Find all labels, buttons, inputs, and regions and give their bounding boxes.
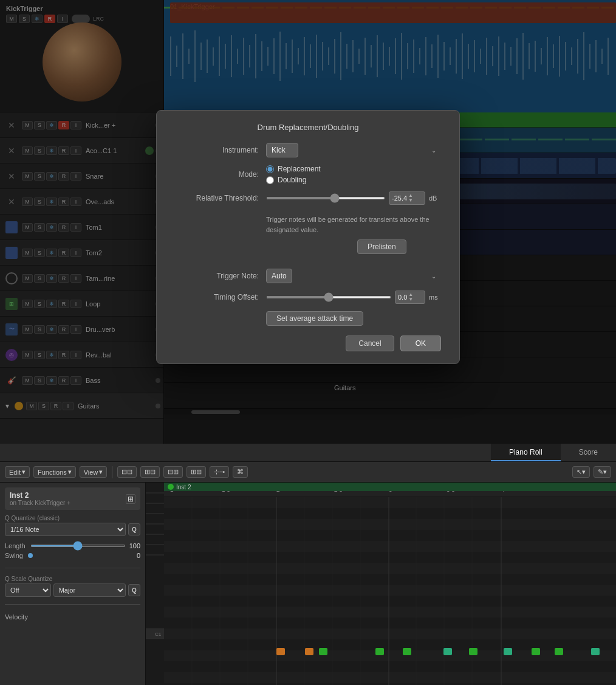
svg-rect-91 [164,585,616,596]
length-value: 100 [129,542,140,549]
svg-rect-116 [504,648,512,655]
timing-offset-value-box: 0.0 ▲ ▼ [395,291,425,304]
length-slider-row: 100 [30,542,140,549]
velocity-label: Velocity [5,613,28,621]
timing-down[interactable]: ▼ [408,297,413,302]
scale-q-button[interactable]: Q [128,584,140,596]
svg-rect-113 [403,648,411,655]
quantize-select[interactable]: 1/16 Note 1/8 Note 1/4 Note [5,523,126,536]
svg-rect-88 [164,519,616,530]
mode-label: Mode: [175,170,266,179]
pr-left-panel: Inst 2 on Track KickTrigger + ⊞ Q Quanti… [0,483,146,685]
toolbar-functions[interactable]: Functions▾ [33,466,76,478]
timing-offset-label: Timing Offset: [175,293,266,301]
scale-type-select[interactable]: Major Minor [53,583,126,597]
scale-quantize-row: Off On Major Minor Q [5,583,140,597]
toolbar-divider-1 [112,466,112,478]
swing-row: Swing 0 [5,551,140,560]
quantize-section: Q Quantize (classic) 1/16 Note 1/8 Note … [5,515,140,536]
prelisten-button[interactable]: Prelisten [357,239,406,254]
track-options-button[interactable]: ⊞ [126,494,135,504]
grid-track-label: Inst 2 [176,484,191,491]
velocity-section: Velocity [5,612,140,622]
quantize-row: 1/16 Note 1/8 Note 1/4 Note Q [5,523,140,536]
length-swing-section: Length 100 Swing 0 [5,541,140,560]
svg-rect-111 [319,648,327,655]
svg-rect-119 [591,648,600,655]
svg-text:C1: C1 [155,632,162,637]
threshold-value-box: -25.4 ▲ ▼ [389,191,425,205]
pr-grid: 1 1 3 2 2 3 3 3 3 4 Inst 2 [164,483,616,685]
instrument-label: Instrument: [175,146,266,154]
quantize-label: Q Quantize (classic) [5,515,140,521]
timing-offset-slider[interactable] [266,296,391,298]
toolbar-arrow[interactable]: ↖▾ [572,466,590,478]
swing-slider-row: 0 [28,552,140,559]
replacement-radio-label[interactable]: Replacement [266,165,321,173]
piano-roll-content: Inst 2 on Track KickTrigger + ⊞ Q Quanti… [0,483,616,685]
svg-rect-92 [164,607,616,618]
swing-value: 0 [137,552,140,559]
q-button[interactable]: Q [128,523,140,535]
toolbar-btn-2[interactable]: ⊞⊟ [140,466,160,478]
threshold-down[interactable]: ▼ [408,198,413,203]
trigger-note-label: Trigger Note: [175,272,266,280]
svg-rect-93 [164,628,616,639]
toolbar-btn-1[interactable]: ⊟⊟ [117,466,137,478]
doubling-radio-label[interactable]: Doubling [266,176,321,184]
track-label-strip: Inst 2 [164,483,616,491]
divider-1 [5,568,140,568]
modal-overlay: Drum Replacement/Doubling Instrument: Ki… [0,0,616,444]
piano-roll-toolbar: Edit▾ Functions▾ View▾ ⊟⊟ ⊞⊟ ⊟⊞ ⊞⊞ ⊹⊸ ⌘ … [0,462,616,483]
timing-unit: ms [429,294,441,301]
toolbar-btn-3[interactable]: ⊟⊞ [163,466,183,478]
tab-piano-roll[interactable]: Piano Roll [491,444,561,461]
trigger-note-select[interactable]: Auto C1 D1 [266,269,292,283]
notes-area [164,497,616,685]
ok-button[interactable]: OK [400,336,441,351]
instrument-select-wrapper: Kick Snare Hi-Hat [266,143,441,157]
divider-2 [5,604,140,605]
doubling-radio[interactable] [266,176,274,184]
grid-lines-svg [164,497,616,685]
mode-row: Mode: Replacement Doubling [175,165,441,184]
cancel-button[interactable]: Cancel [346,336,394,351]
scale-quantize-section: Q Scale Quantize Off On Major Minor Q [5,576,140,597]
velocity-row: Velocity [5,612,140,622]
toolbar-btn-6[interactable]: ⌘ [233,466,248,478]
toolbar-edit[interactable]: Edit▾ [5,466,30,478]
modal-title: Drum Replacement/Doubling [175,123,441,132]
length-slider[interactable] [30,545,126,547]
swing-label: Swing [5,552,23,559]
toolbar-tool[interactable]: ✎▾ [594,466,611,478]
timing-spinners: ▲ ▼ [408,292,413,302]
set-attack-container: Set average attack time [266,311,441,326]
toolbar-btn-4[interactable]: ⊞⊞ [187,466,206,478]
threshold-unit: dB [429,194,441,202]
toolbar-view[interactable]: View▾ [80,466,108,478]
threshold-label: Relative Threshold: [175,194,266,202]
pr-track-name: Inst 2 [10,491,70,500]
bottom-section: Piano Roll Score Edit▾ Functions▾ View▾ … [0,444,616,685]
threshold-spinners: ▲ ▼ [408,193,413,203]
scale-off-select[interactable]: Off On [5,583,51,597]
doubling-label: Doubling [278,176,306,184]
svg-rect-115 [469,648,477,655]
threshold-description: Trigger notes will be generated for tran… [175,212,441,239]
svg-rect-87 [164,497,616,508]
piano-keys-svg: C1 [146,483,164,685]
threshold-slider-area: -25.4 ▲ ▼ dB [266,191,441,205]
threshold-slider[interactable] [266,197,385,199]
instrument-select[interactable]: Kick Snare Hi-Hat [266,143,298,157]
svg-rect-118 [555,648,563,655]
svg-rect-117 [532,648,540,655]
threshold-value: -25.4 [392,194,407,202]
replacement-radio[interactable] [266,165,274,173]
timing-offset-row: Timing Offset: 0.0 ▲ ▼ ms [175,291,441,304]
length-row: Length 100 [5,541,140,551]
piano-roll-tabs: Piano Roll Score [0,444,616,462]
set-attack-button[interactable]: Set average attack time [266,311,363,326]
toolbar-btn-5[interactable]: ⊹⊸ [210,466,229,478]
prelisten-container: Prelisten [266,239,441,261]
tab-score[interactable]: Score [561,444,616,461]
